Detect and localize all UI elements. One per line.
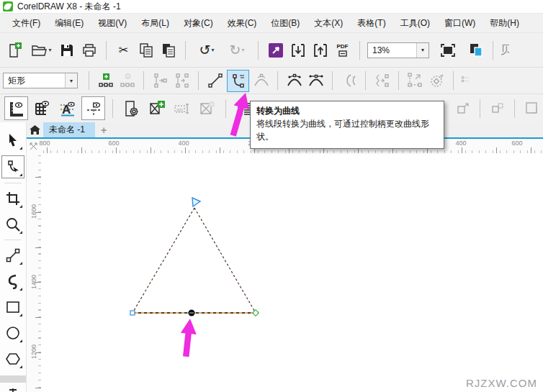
show-grid-icon[interactable] [31, 97, 53, 119]
ruler-label: 1400 [30, 275, 37, 289]
ellipse-tool-icon[interactable] [2, 322, 24, 344]
flyout-indicator [19, 314, 22, 316]
flyout-indicator [19, 173, 22, 176]
menu-file[interactable]: 文件(F) [6, 15, 47, 32]
new-tab-button[interactable]: + [95, 122, 112, 137]
crop-tool-icon[interactable] [2, 188, 24, 209]
node-bottom-left[interactable] [130, 311, 135, 315]
shape-preset-select[interactable]: 矩形 ▾ [3, 73, 78, 88]
shape-preset-dropdown-icon[interactable]: ▾ [65, 73, 77, 88]
smooth-node-icon[interactable] [284, 71, 304, 91]
text-frame-icon[interactable]: ab [171, 97, 193, 119]
ruler-label: 1200 [30, 345, 37, 359]
redo-icon[interactable]: ↻▾ [223, 40, 251, 60]
show-document-guides-icon[interactable] [81, 96, 105, 120]
triangle-right-edge[interactable] [194, 208, 256, 313]
copy-icon[interactable] [136, 40, 156, 60]
menu-window[interactable]: 窗口(W) [438, 15, 482, 32]
convert-to-curve-icon[interactable] [227, 70, 249, 92]
document-tab-active[interactable]: 未命名 -1 [43, 122, 95, 137]
open-dropdown-icon[interactable]: ▾ [48, 47, 51, 53]
undo-dropdown-icon[interactable]: ▾ [211, 47, 214, 53]
hidden-toolbar-icon[interactable] [522, 99, 542, 118]
clipped-toolbar-item: 贝 [501, 44, 509, 57]
property-bar: 矩形 ▾ [0, 67, 543, 94]
hidden-toolbar-icon[interactable] [453, 99, 472, 118]
triangle-left-edge[interactable] [133, 208, 194, 313]
open-icon[interactable]: ▾ [28, 40, 54, 60]
stretch-nodes-icon[interactable] [405, 71, 425, 91]
undo-icon[interactable]: ↺▾ [193, 40, 220, 60]
show-extras-icon[interactable] [466, 40, 485, 60]
menu-table[interactable]: 表格(T) [351, 15, 392, 32]
menu-tools[interactable]: 工具(O) [394, 15, 436, 32]
show-rulers-icon[interactable] [4, 96, 28, 120]
zoom-level-dropdown-icon[interactable]: ▾ [416, 43, 428, 58]
artistic-media-tool-icon[interactable] [2, 270, 24, 292]
toolbar-separator [398, 71, 399, 90]
dimension-tool-icon[interactable] [2, 384, 24, 392]
ruler-label: 400 [455, 140, 466, 147]
toolbar-separator [332, 71, 333, 90]
hidden-toolbar-icon[interactable] [488, 99, 507, 118]
reverse-direction-icon[interactable] [339, 71, 359, 91]
menu-effects[interactable]: 效果(C) [221, 15, 264, 32]
menu-help[interactable]: 帮助(H) [483, 15, 526, 32]
polygon-tool-icon[interactable] [2, 348, 24, 370]
rotate-skew-nodes-icon[interactable] [427, 71, 446, 91]
align-nodes-icon[interactable] [460, 71, 470, 91]
cut-icon[interactable]: ✂ [114, 40, 133, 60]
join-nodes-icon[interactable] [151, 71, 170, 91]
paste-icon[interactable] [158, 40, 178, 60]
menu-edit[interactable]: 编辑(E) [48, 15, 90, 32]
triangle-shape [41, 153, 543, 392]
insert-page-icon[interactable] [145, 97, 168, 119]
zoom-level-select[interactable]: 13% ▾ [367, 42, 429, 58]
toolbar-separator [453, 71, 454, 90]
freehand-tool-icon[interactable] [2, 245, 24, 266]
cusp-node-icon[interactable] [251, 71, 271, 91]
toolbar-separator [198, 71, 199, 90]
delete-node-icon[interactable] [117, 71, 137, 91]
ruler-label: 600 [108, 140, 119, 147]
flyout-indicator [19, 339, 22, 342]
toolbar-separator [480, 99, 480, 118]
watermark: RJZXW.COM [466, 377, 537, 389]
vertical-ruler[interactable]: 1600 1400 1200 [26, 153, 42, 392]
unlink-frame-icon[interactable] [196, 97, 218, 119]
full-screen-preview-icon[interactable] [438, 40, 457, 60]
home-tab-button[interactable] [26, 122, 43, 137]
zoom-tool-icon[interactable] [2, 214, 24, 235]
menu-bitmaps[interactable]: 位图(B) [264, 15, 306, 32]
menu-text[interactable]: 文本(X) [308, 15, 349, 32]
break-curve-icon[interactable] [172, 71, 192, 91]
flyout-indicator [19, 231, 22, 234]
convert-to-line-icon[interactable] [205, 71, 225, 91]
show-alignment-guides-icon[interactable]: A [56, 97, 78, 119]
menu-object[interactable]: 对象(C) [177, 15, 220, 32]
new-document-icon[interactable] [6, 40, 25, 60]
node-bottom-right[interactable] [253, 310, 259, 316]
pick-tool-icon[interactable] [2, 129, 24, 151]
shape-tool-icon[interactable] [1, 155, 24, 178]
symmetrical-node-icon[interactable] [306, 71, 326, 91]
toolbox-separator [4, 183, 22, 183]
extract-subpath-icon[interactable] [372, 71, 392, 91]
menu-view[interactable]: 视图(V) [91, 15, 133, 32]
import-icon[interactable] [288, 40, 308, 60]
save-icon[interactable] [57, 40, 76, 60]
toolbar-separator [514, 99, 515, 118]
redo-dropdown-icon[interactable]: ▾ [241, 47, 244, 53]
drawing-canvas[interactable]: RJZXW.COM [41, 153, 543, 392]
menu-layout[interactable]: 布局(L) [135, 15, 176, 32]
tooltip-body: 将线段转换为曲线，可通过控制柄更改曲线形状。 [256, 118, 438, 143]
add-node-icon[interactable] [96, 71, 115, 91]
print-icon[interactable] [79, 40, 99, 60]
welcome-screen-icon[interactable] [266, 40, 285, 60]
toolbar-separator [365, 71, 366, 90]
ruler-label: 800 [39, 140, 50, 147]
publish-pdf-icon[interactable]: PDF [333, 40, 352, 60]
export-icon[interactable] [310, 40, 330, 60]
page-settings-icon[interactable] [120, 97, 143, 119]
rectangle-tool-icon[interactable] [2, 296, 24, 318]
